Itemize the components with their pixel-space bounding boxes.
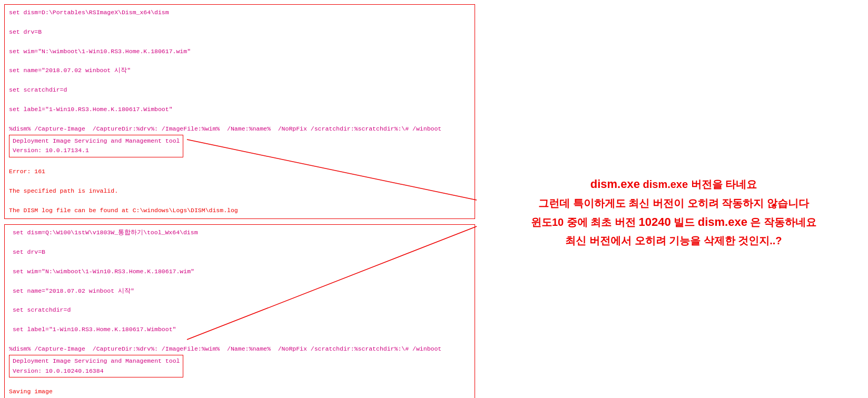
bot-version-line: Version: 10.0.10240.16384 <box>13 366 180 376</box>
left-panel: set dism=D:\Portables\RSImageX\Dism_x64\… <box>0 0 479 398</box>
top-line-6: set label="1-Win10.RS3.Home.K.180617.Wim… <box>9 105 470 114</box>
commentary-line2: 그런데 특이하게도 최신 버전이 오히려 작동하지 않습니다 <box>531 194 816 212</box>
bot-saving-line: Saving image <box>9 387 470 396</box>
bot-blank5 <box>9 315 470 325</box>
bot-line-7: %dism% /Capture-Image /CaptureDir:%drv%:… <box>9 344 470 354</box>
bot-version-block: Deployment Image Servicing and Managemen… <box>9 355 183 377</box>
bot-line-1: set dism=Q:\W100\1stW\v1803W_통합하기\tool_W… <box>9 228 470 237</box>
top-line-4: set name="2018.07.02 winboot 시작" <box>9 66 470 75</box>
top-blank9 <box>9 196 470 205</box>
right-commentary-panel: dism.exe dism.exe 버전을 타네요 그런데 특이하게도 최신 버… <box>479 0 868 398</box>
top-line-blank2 <box>9 37 470 46</box>
top-line-blank6 <box>9 114 470 124</box>
top-terminal-box: set dism=D:\Portables\RSImageX\Dism_x64\… <box>4 4 475 219</box>
commentary-line3: 윈도10 중에 최초 버전 10240 빌드 dism.exe 은 작동하네요 <box>531 212 816 232</box>
top-line-blank4 <box>9 76 470 85</box>
top-version-line: Version: 10.0.17134.1 <box>13 146 180 155</box>
bot-blank2 <box>9 257 470 266</box>
commentary-line4: 최신 버전에서 오히려 기능을 삭제한 것인지..? <box>531 232 816 250</box>
top-blank7 <box>9 157 470 167</box>
bot-blank1 <box>9 238 470 247</box>
bottom-terminal-box: set dism=Q:\W100\1stW\v1803W_통합하기\tool_W… <box>4 224 475 398</box>
top-invalid-line: The specified path is invalid. <box>9 186 470 196</box>
korean-commentary: dism.exe dism.exe 버전을 타네요 그런데 특이하게도 최신 버… <box>531 174 816 250</box>
bot-blank4 <box>9 296 470 305</box>
bot-line-4: set name="2018.07.02 winboot 시작" <box>9 286 470 296</box>
bot-blank3 <box>9 276 470 286</box>
top-line-7: %dism% /Capture-Image /CaptureDir:%drv%:… <box>9 124 470 134</box>
top-version-block: Deployment Image Servicing and Managemen… <box>9 135 183 157</box>
bot-deployment-line: Deployment Image Servicing and Managemen… <box>13 356 180 366</box>
bot-line-3: set wim="N:\wimboot\1-Win10.RS3.Home.K.1… <box>9 267 470 276</box>
top-blank8 <box>9 177 470 186</box>
top-line-2: set drv=B <box>9 27 470 37</box>
bot-blank6 <box>9 335 470 344</box>
top-line-5: set scratchdir=d <box>9 85 470 95</box>
bot-blank7 <box>9 377 470 387</box>
bot-line-2: set drv=B <box>9 247 470 257</box>
main-container: set dism=D:\Portables\RSImageX\Dism_x64\… <box>0 0 868 398</box>
bot-line-5: set scratchdir=d <box>9 305 470 315</box>
top-error-line: Error: 161 <box>9 167 470 176</box>
top-line-1: set dism=D:\Portables\RSImageX\Dism_x64\… <box>9 8 470 17</box>
dism-exe-bold: dism.exe <box>590 177 640 191</box>
commentary-line1: dism.exe dism.exe 버전을 타네요 <box>531 174 816 194</box>
top-log-line: The DISM log file can be found at C:\win… <box>9 206 470 215</box>
bot-line-6: set label="1-Win10.RS3.Home.K.180617.Wim… <box>9 325 470 334</box>
top-line-blank5 <box>9 95 470 105</box>
top-line-blank3 <box>9 56 470 66</box>
top-line-blank1 <box>9 17 470 27</box>
top-deployment-line: Deployment Image Servicing and Managemen… <box>13 136 180 146</box>
top-line-3: set wim="N:\wimboot\1-Win10.RS3.Home.K.1… <box>9 47 470 56</box>
